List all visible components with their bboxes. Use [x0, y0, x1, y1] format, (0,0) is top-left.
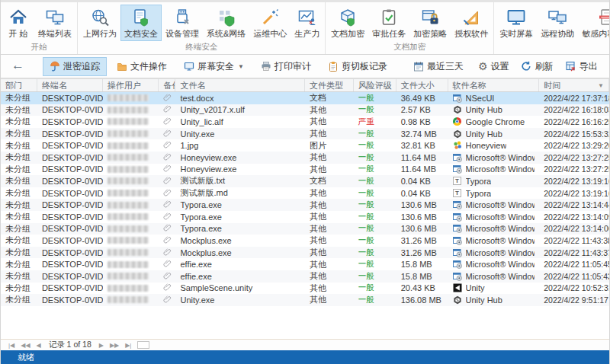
paperclip-icon: [163, 188, 172, 199]
ribbon-item-licensed-software[interactable]: 授权软件: [451, 5, 492, 41]
pager-prev-icon[interactable]: ◀: [34, 342, 44, 349]
software-name: Honeyview: [466, 141, 507, 150]
redacted-user: [108, 190, 149, 196]
ribbon-item-doc-security[interactable]: 文档安全: [120, 5, 162, 41]
cell-terminal: DESKTOP-0VIDMDJ: [37, 258, 103, 270]
pager-last-icon[interactable]: ▶|: [122, 342, 134, 349]
cell-user: [103, 92, 159, 104]
toolbar-button-file-ops[interactable]: 文件操作: [110, 57, 174, 76]
table-row[interactable]: 未分组DESKTOP-0VIDMDJeffie.exe其他一般15.8 MBMi…: [1, 270, 609, 283]
pager-edit-box[interactable]: [137, 341, 149, 349]
risk-badge: 一般: [358, 235, 374, 246]
table-row[interactable]: 未分组DESKTOP-0VIDMDJ测试新版.md其他一般0.04 KBTTyp…: [1, 187, 609, 200]
column-header-backup[interactable]: 备份: [159, 79, 175, 91]
cell-user: [103, 270, 159, 283]
redacted-user: [108, 225, 149, 232]
risk-badge: 一般: [358, 152, 374, 163]
toolbar-button-gear-small[interactable]: ⚙设置: [474, 57, 514, 76]
ribbon-item-encrypt-policy[interactable]: 加密策略: [409, 5, 451, 41]
table-row[interactable]: 未分组DESKTOP-0VIDMDJMockplus.exe其他一般31.26 …: [1, 235, 609, 247]
ribbon-group-caption: 开始: [2, 41, 75, 55]
table-row[interactable]: 未分组DESKTOP-0VIDMDJtest.docx文档一般36.49 KBN…: [1, 92, 609, 104]
software-name: Microsoft® Windows® Oper...: [466, 236, 535, 245]
ribbon-item-realtime-screen[interactable]: 实时屏幕: [496, 5, 537, 41]
column-header-dept[interactable]: 部门: [1, 79, 37, 91]
ribbon-item-system-network[interactable]: 系统&网络: [203, 5, 249, 41]
toolbar-button-refresh[interactable]: 刷新: [516, 57, 557, 76]
ribbon-item-approval-task[interactable]: 审批任务: [368, 5, 409, 41]
column-header-label: 部门: [5, 80, 22, 91]
cell-filename: Typora.exe: [175, 211, 305, 223]
back-arrow-icon[interactable]: ←: [7, 58, 32, 75]
ribbon-item-ops-center[interactable]: 运维中心: [249, 5, 291, 41]
cell-filename: Typora.exe: [175, 199, 305, 211]
cell-backup: [159, 258, 175, 270]
column-header-software[interactable]: 软件名称: [448, 79, 540, 91]
risk-badge: 一般: [358, 223, 374, 234]
table-row[interactable]: 未分组DESKTOP-0VIDMDJTypora.exe其他一般130.6 MB…: [1, 223, 609, 235]
column-header-terminal[interactable]: 终端名: [37, 79, 103, 91]
redacted-user: [108, 94, 149, 101]
ribbon-item-productivity[interactable]: 生产力: [291, 5, 323, 41]
column-header-user[interactable]: 操作用户: [103, 79, 159, 91]
ribbon-item-remote-assist[interactable]: 远程协助: [537, 5, 578, 41]
toolbar-button-export[interactable]: 导出: [560, 57, 602, 76]
pager-prev-page-icon[interactable]: ◀◀: [18, 342, 33, 349]
table-row[interactable]: 未分组DESKTOP-0VIDMDJUnity.exe其他一般136.08 MB…: [1, 294, 609, 306]
cell-software: Microsoft® Windows® Oper...: [448, 199, 540, 211]
toolbar-button-screen-safe[interactable]: 屏幕安全▼: [177, 57, 251, 76]
column-header-label: 风险评级: [358, 80, 392, 91]
pager-next-page-icon[interactable]: ▶▶: [107, 342, 122, 349]
toolbar-button-clipboard-records[interactable]: 剪切板记录: [321, 57, 394, 76]
ribbon-item-label: 终端列表: [38, 28, 72, 40]
ribbon-item-doc-encrypt[interactable]: 文档加密: [327, 5, 368, 41]
ribbon-item-home[interactable]: 开 始: [2, 5, 34, 41]
table-row[interactable]: 未分组DESKTOP-0VIDMDJMockplus.exe其他一般31.26 …: [1, 247, 609, 259]
ribbon-item-net-behavior[interactable]: 上网行为: [79, 5, 120, 41]
table-row[interactable]: 未分组DESKTOP-0VIDMDJUnity_lic.alf其他严重0.98 …: [1, 116, 609, 128]
column-header-risk[interactable]: 风险评级: [354, 79, 396, 91]
msi-app-icon: [453, 272, 462, 281]
cell-size: 136.08 MB: [396, 294, 448, 306]
pager-next-icon[interactable]: ▶: [96, 342, 107, 349]
table-row[interactable]: 未分组DESKTOP-0VIDMDJ测试新版.txt文档一般0.04 KBTTy…: [1, 175, 609, 187]
toolbar-button-label: 剪切板记录: [342, 60, 387, 73]
gear-small-icon: ⚙: [478, 61, 488, 72]
cell-user: [103, 235, 159, 247]
table-row[interactable]: 未分组DESKTOP-0VIDMDJUnity.exe其他一般32.74 MBU…: [1, 128, 609, 140]
table-row[interactable]: 未分组DESKTOP-0VIDMDJ1.jpg图片一般32.81 KBHoney…: [1, 139, 609, 152]
cell-user: [103, 211, 159, 223]
ribbon-item-label: 文档安全: [124, 28, 158, 40]
column-header-time[interactable]: 时间▼: [539, 79, 609, 91]
software-name: Microsoft® Windows® Oper...: [466, 248, 535, 257]
cell-risk: 一般: [354, 152, 396, 164]
row-more-icon[interactable]: ⋯: [598, 92, 607, 102]
pager-first-icon[interactable]: |◀: [5, 342, 18, 349]
file-ops-icon: [117, 61, 127, 72]
software-name: Microsoft® Windows® Oper...: [466, 164, 535, 174]
table-row[interactable]: 未分组DESKTOP-0VIDMDJSampleScene.unity其他一般2…: [1, 283, 609, 295]
risk-badge: 一般: [358, 93, 374, 104]
toolbar-button-calendar[interactable]: 最近三天: [406, 57, 470, 76]
ribbon-item-device-manage[interactable]: 设备管理: [162, 5, 203, 41]
unityhub-app-icon: [453, 129, 462, 139]
toolbar-button-print-audit[interactable]: 打印审计: [254, 57, 318, 76]
cell-software: Unity Hub: [448, 104, 540, 117]
cell-size: 0.98 KB: [396, 116, 448, 128]
cell-filename: Honeyview.exe: [175, 164, 305, 176]
table-row[interactable]: 未分组DESKTOP-0VIDMDJTypora.exe其他一般130.6 MB…: [1, 211, 609, 223]
table-row[interactable]: 未分组DESKTOP-0VIDMDJHoneyview.exe其他一般11.64…: [1, 164, 609, 176]
print-audit-icon: [261, 61, 271, 72]
column-header-filetype[interactable]: 文件类型: [305, 79, 354, 91]
ribbon-item-sensitive-scan[interactable]: 敏感内容扫描: [578, 5, 610, 41]
ribbon-item-terminal-list[interactable]: 终端列表: [34, 5, 75, 41]
column-header-size[interactable]: 文件大小: [396, 79, 448, 91]
status-text: 就绪: [18, 352, 34, 363]
table-row[interactable]: 未分组DESKTOP-0VIDMDJeffie.exe其他一般15.8 MBMi…: [1, 258, 609, 270]
toolbar-button-leak-trace[interactable]: 泄密追踪: [43, 57, 107, 76]
table-row[interactable]: 未分组DESKTOP-0VIDMDJHoneyview.exe其他一般11.64…: [1, 152, 609, 164]
redacted-user: [108, 273, 149, 279]
table-row[interactable]: 未分组DESKTOP-0VIDMDJTypora.exe其他一般130.6 MB…: [1, 199, 609, 211]
table-row[interactable]: 未分组DESKTOP-0VIDMDJUnity_v2017.x.ulf其他一般2…: [1, 104, 609, 117]
column-header-filename[interactable]: 文件名: [175, 79, 305, 91]
